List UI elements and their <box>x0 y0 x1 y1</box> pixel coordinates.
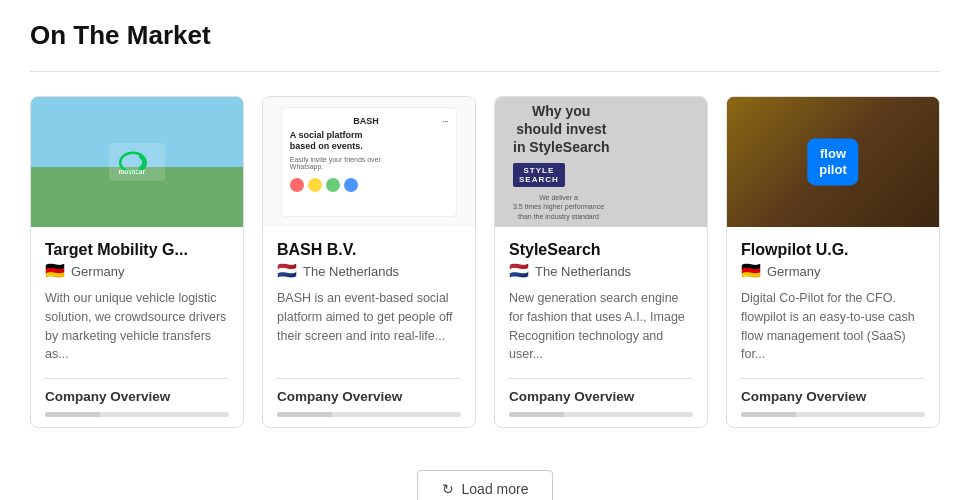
country-name-target-mobility: Germany <box>71 264 124 279</box>
load-more-button[interactable]: ↻ Load more <box>417 470 554 500</box>
progress-bar-fill-stylesearch <box>509 412 564 417</box>
svg-text:movacar: movacar <box>119 168 146 175</box>
flag-netherlands-2: 🇳🇱 <box>509 263 529 279</box>
divider <box>30 71 940 72</box>
progress-bar-bg-bash <box>277 412 461 417</box>
card-target-mobility: movacar Target Mobility G... 🇩🇪 Germany … <box>30 96 244 428</box>
country-name-stylesearch: The Netherlands <box>535 264 631 279</box>
progress-bar-fill-flowpilot <box>741 412 796 417</box>
card-image-movacar: movacar <box>31 97 243 227</box>
company-overview-link-flowpilot[interactable]: Company Overview <box>741 389 925 404</box>
card-image-flowpilot: flowpilot <box>727 97 939 227</box>
card-flowpilot: flowpilot Flowpilot U.G. 🇩🇪 Germany Digi… <box>726 96 940 428</box>
card-description-stylesearch: New generation search engine for fashion… <box>509 289 693 364</box>
progress-bar-fill-bash <box>277 412 332 417</box>
card-title-target-mobility: Target Mobility G... <box>45 241 229 259</box>
ss-inner: Why youshould investin StyleSearch STYLE… <box>505 97 697 227</box>
country-name-flowpilot: Germany <box>767 264 820 279</box>
card-country-bash: 🇳🇱 The Netherlands <box>277 263 461 279</box>
bash-header: BASH ··· <box>290 116 448 126</box>
card-body-bash: BASH B.V. 🇳🇱 The Netherlands BASH is an … <box>263 227 475 427</box>
flag-netherlands-1: 🇳🇱 <box>277 263 297 279</box>
flag-germany-1: 🇩🇪 <box>45 263 65 279</box>
card-footer-flowpilot: Company Overview <box>741 378 925 417</box>
card-body-stylesearch: StyleSearch 🇳🇱 The Netherlands New gener… <box>495 227 707 427</box>
card-footer-target-mobility: Company Overview <box>45 378 229 417</box>
progress-bar-fill-target-mobility <box>45 412 100 417</box>
flag-germany-2: 🇩🇪 <box>741 263 761 279</box>
load-more-label: Load more <box>462 481 529 497</box>
card-title-stylesearch: StyleSearch <box>509 241 693 259</box>
card-country-flowpilot: 🇩🇪 Germany <box>741 263 925 279</box>
card-body-flowpilot: Flowpilot U.G. 🇩🇪 Germany Digital Co-Pil… <box>727 227 939 427</box>
card-title-bash: BASH B.V. <box>277 241 461 259</box>
cards-grid: movacar Target Mobility G... 🇩🇪 Germany … <box>30 96 940 428</box>
card-description-bash: BASH is an event-based social platform a… <box>277 289 461 364</box>
refresh-icon: ↻ <box>442 481 454 497</box>
card-footer-bash: Company Overview <box>277 378 461 417</box>
card-bash: BASH ··· A social platformbased on event… <box>262 96 476 428</box>
fp-logo: flowpilot <box>807 138 858 185</box>
company-overview-link-target-mobility[interactable]: Company Overview <box>45 389 229 404</box>
progress-bar-bg-target-mobility <box>45 412 229 417</box>
card-title-flowpilot: Flowpilot U.G. <box>741 241 925 259</box>
bash-mockup: BASH ··· A social platformbased on event… <box>281 107 457 217</box>
country-name-bash: The Netherlands <box>303 264 399 279</box>
card-body-target-mobility: Target Mobility G... 🇩🇪 Germany With our… <box>31 227 243 427</box>
load-more-container: ↻ Load more <box>30 460 940 500</box>
card-country-stylesearch: 🇳🇱 The Netherlands <box>509 263 693 279</box>
card-footer-stylesearch: Company Overview <box>509 378 693 417</box>
page-title: On The Market <box>30 20 940 51</box>
progress-bar-bg-flowpilot <box>741 412 925 417</box>
card-stylesearch: Why youshould investin StyleSearch STYLE… <box>494 96 708 428</box>
company-overview-link-bash[interactable]: Company Overview <box>277 389 461 404</box>
card-image-stylesearch: Why youshould investin StyleSearch STYLE… <box>495 97 707 227</box>
ss-logo: STYLESEARCH <box>513 163 565 187</box>
card-description-target-mobility: With our unique vehicle logistic solutio… <box>45 289 229 364</box>
company-overview-link-stylesearch[interactable]: Company Overview <box>509 389 693 404</box>
progress-bar-bg-stylesearch <box>509 412 693 417</box>
movacar-logo: movacar <box>109 143 165 181</box>
card-description-flowpilot: Digital Co-Pilot for the CFO. flowpilot … <box>741 289 925 364</box>
card-image-bash: BASH ··· A social platformbased on event… <box>263 97 475 227</box>
card-country-target-mobility: 🇩🇪 Germany <box>45 263 229 279</box>
